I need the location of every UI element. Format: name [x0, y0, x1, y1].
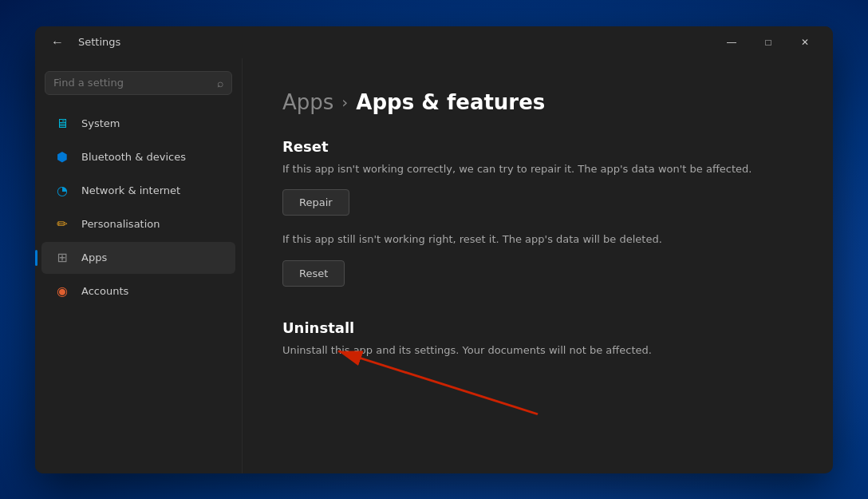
accounts-icon: ◉ [54, 283, 70, 299]
sidebar: ⌕ 🖥 System ⬢ Bluetooth & devices ◔ Netwo… [35, 58, 243, 473]
sidebar-item-personalisation[interactable]: ✏ Personalisation [41, 208, 235, 240]
reset-button[interactable]: Reset [282, 260, 345, 287]
breadcrumb-current: Apps & features [356, 90, 545, 114]
maximize-button[interactable]: □ [750, 30, 787, 55]
uninstall-section: Uninstall Uninstall this app and its set… [282, 319, 793, 358]
sidebar-item-network[interactable]: ◔ Network & internet [41, 175, 235, 207]
window-title: Settings [78, 36, 713, 48]
search-icon: ⌕ [217, 77, 223, 89]
content-area: Apps › Apps & features Reset If this app… [243, 58, 833, 403]
uninstall-desc: Uninstall this app and its settings. You… [282, 343, 793, 358]
back-button[interactable]: ← [45, 32, 70, 53]
breadcrumb: Apps › Apps & features [282, 90, 793, 114]
personalisation-icon: ✏ [54, 216, 70, 232]
sidebar-label-bluetooth: Bluetooth & devices [81, 151, 186, 163]
breadcrumb-parent: Apps [282, 90, 333, 114]
sidebar-label-system: System [81, 117, 120, 129]
sidebar-label-accounts: Accounts [81, 285, 128, 297]
bluetooth-icon: ⬢ [54, 149, 70, 165]
breadcrumb-separator: › [341, 93, 348, 112]
sidebar-item-accounts[interactable]: ◉ Accounts [41, 275, 235, 307]
sidebar-item-system[interactable]: 🖥 System [41, 108, 235, 140]
minimize-button[interactable]: — [713, 30, 750, 55]
sidebar-label-apps: Apps [81, 251, 107, 263]
sidebar-item-apps[interactable]: ⊞ Apps [41, 242, 235, 274]
reset-desc2: If this app still isn't working right, r… [282, 232, 793, 248]
search-box[interactable]: ⌕ [45, 71, 232, 95]
network-icon: ◔ [54, 183, 70, 199]
uninstall-title: Uninstall [282, 319, 793, 336]
reset-title: Reset [282, 138, 793, 155]
window-controls: — □ ✕ [713, 30, 823, 55]
main-content: ⌕ 🖥 System ⬢ Bluetooth & devices ◔ Netwo… [35, 58, 833, 473]
sidebar-item-bluetooth[interactable]: ⬢ Bluetooth & devices [41, 141, 235, 173]
sidebar-label-personalisation: Personalisation [81, 218, 160, 230]
apps-icon: ⊞ [54, 250, 70, 266]
reset-desc1: If this app isn't working correctly, we … [282, 161, 793, 177]
search-input[interactable] [53, 77, 211, 89]
system-icon: 🖥 [54, 116, 70, 132]
reset-section: Reset If this app isn't working correctl… [282, 138, 793, 303]
divider [282, 303, 793, 303]
settings-window: ← Settings — □ ✕ ⌕ 🖥 System ⬢ Bluetooth … [35, 26, 833, 473]
repair-button[interactable]: Repair [282, 189, 349, 216]
sidebar-label-network: Network & internet [81, 184, 180, 196]
close-button[interactable]: ✕ [787, 30, 823, 55]
title-bar: ← Settings — □ ✕ [35, 26, 833, 58]
